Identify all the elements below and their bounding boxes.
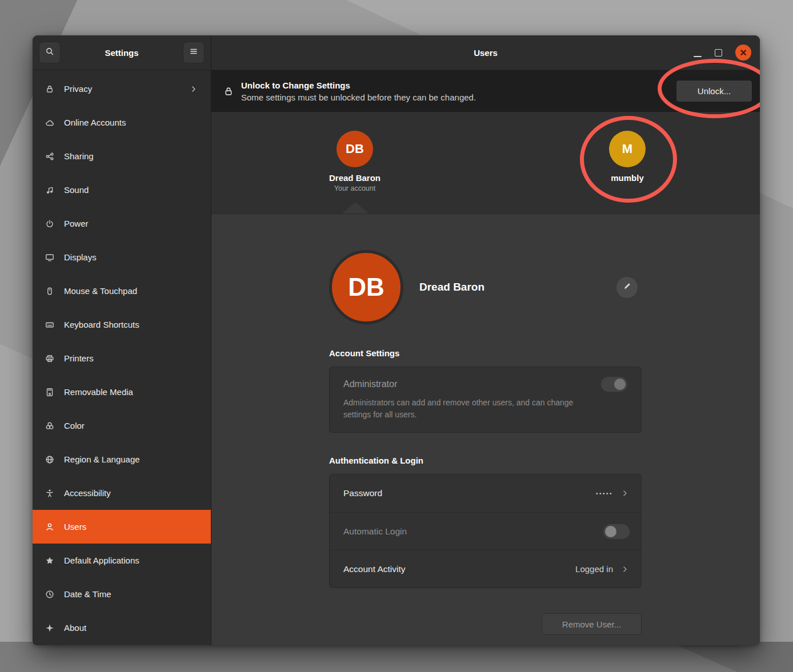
- sidebar-item-printers[interactable]: Printers: [33, 341, 211, 375]
- clock-icon: [45, 590, 54, 599]
- remove-user-row: Remove User...: [329, 613, 642, 635]
- menu-button[interactable]: [183, 42, 205, 63]
- account-subtitle: Your account: [329, 184, 381, 192]
- main-panel: Users ✕ Unlock to Change Settings Some s…: [211, 35, 760, 645]
- users-icon: [45, 522, 54, 532]
- printer-icon: [45, 354, 54, 363]
- mouse-icon: [45, 287, 54, 296]
- automatic-login-toggle[interactable]: [603, 524, 630, 539]
- sidebar-item-privacy[interactable]: Privacy: [33, 72, 211, 106]
- sidebar-item-label: Privacy: [64, 84, 179, 94]
- sidebar-item-label: Mouse & Touchpad: [64, 286, 198, 296]
- sidebar-item-label: Users: [64, 522, 198, 532]
- row-end: Logged in: [575, 564, 630, 574]
- sidebar-item-label: Sharing: [64, 151, 198, 161]
- row-password[interactable]: Password•••••: [330, 474, 641, 512]
- sidebar-item-label: Date & Time: [64, 589, 198, 599]
- accounts-container: DBDread BaronYour accountMmumbly: [211, 112, 760, 214]
- sidebar-item-mouse-touchpad[interactable]: Mouse & Touchpad: [33, 274, 211, 308]
- sidebar-item-about[interactable]: About: [33, 611, 211, 645]
- sidebar-list: PrivacyOnline AccountsSharingSoundPowerD…: [33, 70, 211, 645]
- hamburger-icon: [189, 47, 198, 58]
- sidebar-item-date-time[interactable]: Date & Time: [33, 577, 211, 611]
- toggle-knob: [614, 379, 626, 390]
- search-icon: [45, 47, 54, 58]
- auth-login-card: Password•••••Automatic LoginAccount Acti…: [329, 474, 642, 588]
- account-avatar: DB: [337, 131, 373, 167]
- account-name: mumbly: [609, 173, 646, 183]
- chevron-right-icon: [620, 565, 630, 574]
- administrator-card: Administrator Administrators can add and…: [329, 367, 642, 433]
- row-automatic-login[interactable]: Automatic Login: [330, 512, 641, 550]
- sidebar-item-sound[interactable]: Sound: [33, 173, 211, 207]
- sidebar-item-color[interactable]: Color: [33, 409, 211, 442]
- avatar: DB: [329, 250, 403, 324]
- user-carousel: DBDread BaronYour accountMmumbly: [211, 112, 760, 214]
- sidebar-item-users[interactable]: Users: [33, 510, 211, 544]
- lock-icon: [45, 84, 54, 94]
- sidebar-item-online-accounts[interactable]: Online Accounts: [33, 106, 211, 139]
- sidebar-item-label: About: [64, 623, 198, 633]
- sidebar-item-label: Keyboard Shortcuts: [64, 320, 198, 329]
- desktop-background: Settings PrivacyOnline AccountsSharingSo…: [0, 0, 793, 672]
- sidebar-item-removable-media[interactable]: Removable Media: [33, 375, 211, 409]
- selected-account-notch: [342, 202, 369, 214]
- sidebar-item-label: Default Applications: [64, 556, 198, 565]
- row-account-activity[interactable]: Account ActivityLogged in: [330, 550, 641, 588]
- sidebar: Settings PrivacyOnline AccountsSharingSo…: [33, 35, 211, 645]
- user-detail-panel: DB Dread Baron Account Settings Administ…: [211, 214, 760, 645]
- settings-window: Settings PrivacyOnline AccountsSharingSo…: [33, 35, 760, 645]
- sound-icon: [45, 186, 54, 195]
- share-icon: [45, 152, 54, 161]
- keyboard-icon: [45, 320, 54, 329]
- window-controls: ✕: [694, 35, 751, 70]
- cloud-icon: [45, 118, 54, 127]
- display-icon: [45, 253, 54, 262]
- sidebar-item-label: Removable Media: [64, 387, 198, 397]
- sidebar-header: Settings: [33, 35, 211, 70]
- sidebar-item-power[interactable]: Power: [33, 207, 211, 240]
- unlock-banner: Unlock to Change Settings Some settings …: [211, 70, 760, 112]
- administrator-toggle[interactable]: [601, 377, 627, 392]
- sidebar-item-default-applications[interactable]: Default Applications: [33, 544, 211, 577]
- chevron-right-icon: [620, 489, 630, 498]
- sidebar-item-label: Sound: [64, 185, 198, 195]
- search-button[interactable]: [39, 42, 61, 63]
- sidebar-item-displays[interactable]: Displays: [33, 240, 211, 274]
- administrator-label: Administrator: [343, 379, 397, 389]
- sidebar-item-label: Region & Language: [64, 454, 198, 464]
- account-avatar: M: [609, 131, 646, 167]
- remove-user-button[interactable]: Remove User...: [542, 613, 642, 635]
- sidebar-item-accessibility[interactable]: Accessibility: [33, 476, 211, 510]
- profile-row: DB Dread Baron: [329, 250, 642, 324]
- titlebar[interactable]: Users ✕: [211, 35, 760, 70]
- sidebar-item-label: Displays: [64, 252, 198, 262]
- account-mumbly[interactable]: Mmumbly: [609, 131, 646, 183]
- row-value: •••••: [596, 490, 613, 497]
- sidebar-title: Settings: [61, 48, 183, 58]
- sidebar-item-keyboard-shortcuts[interactable]: Keyboard Shortcuts: [33, 308, 211, 341]
- sidebar-item-sharing[interactable]: Sharing: [33, 139, 211, 173]
- account-name: Dread Baron: [329, 173, 381, 183]
- globe-icon: [45, 455, 54, 464]
- pencil-icon: [623, 281, 632, 293]
- account-dread-baron[interactable]: DBDread BaronYour account: [329, 131, 381, 192]
- administrator-description: Administrators can add and remove other …: [343, 397, 586, 421]
- sparkle-icon: [45, 623, 54, 633]
- row-value: Logged in: [575, 564, 613, 574]
- maximize-button[interactable]: [715, 49, 722, 57]
- close-button[interactable]: ✕: [735, 45, 751, 61]
- auth-login-heading: Authentication & Login: [329, 456, 642, 465]
- power-icon: [45, 219, 54, 228]
- media-icon: [45, 388, 54, 397]
- sidebar-item-label: Printers: [64, 353, 198, 363]
- unlock-button[interactable]: Unlock...: [676, 80, 752, 102]
- page-title: Users: [474, 48, 498, 58]
- sidebar-item-label: Online Accounts: [64, 118, 198, 127]
- lock-icon: [223, 86, 234, 96]
- sidebar-item-region-language[interactable]: Region & Language: [33, 442, 211, 476]
- edit-avatar-button[interactable]: [616, 276, 638, 299]
- minimize-button[interactable]: [694, 56, 702, 57]
- accessibility-icon: [45, 489, 54, 498]
- star-icon: [45, 556, 54, 565]
